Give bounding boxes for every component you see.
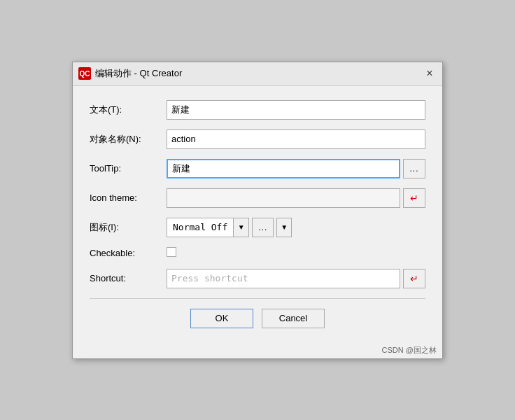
text-input[interactable] (167, 100, 425, 120)
cancel-button[interactable]: Cancel (262, 309, 325, 328)
icon-theme-reset-button[interactable]: ↵ (403, 188, 425, 208)
checkable-checkbox[interactable] (167, 247, 176, 257)
icon-theme-control: ↵ (167, 188, 425, 208)
shortcut-row: Shortcut: ↵ (90, 269, 425, 288)
icon-theme-input[interactable] (167, 188, 400, 208)
checkable-control (167, 247, 425, 259)
divider (90, 298, 425, 299)
text-label: 文本(T): (90, 104, 167, 116)
object-name-row: 对象名称(N): (90, 130, 425, 149)
shortcut-input[interactable] (167, 269, 400, 288)
title-bar: QC 编辑动作 - Qt Creator × (73, 62, 442, 86)
shortcut-input-group: ↵ (167, 269, 425, 288)
tooltip-browse-button[interactable]: ... (403, 159, 425, 178)
checkable-row: Checkable: (90, 247, 425, 259)
dialog-title: 编辑动作 - Qt Creator (95, 67, 423, 80)
text-row: 文本(T): (90, 100, 425, 120)
shortcut-control: ↵ (167, 269, 425, 288)
text-control (167, 100, 425, 120)
watermark: CSDN @国之林 (73, 342, 442, 358)
icon-input-group: Normal Off ▼ ... ▼ (167, 218, 425, 237)
icon-mode-value: Normal Off (167, 218, 233, 237)
icon-mode-dropdown[interactable]: Normal Off ▼ (167, 218, 249, 237)
icon-control: Normal Off ▼ ... ▼ (167, 218, 425, 237)
ok-button[interactable]: OK (190, 309, 253, 328)
checkable-label: Checkable: (90, 248, 167, 258)
icon-extra-arrow[interactable]: ▼ (277, 218, 291, 237)
icon-theme-input-group: ↵ (167, 188, 425, 208)
tooltip-label: ToolTip: (90, 163, 167, 174)
shortcut-reset-button[interactable]: ↵ (403, 269, 425, 288)
object-name-input[interactable] (167, 130, 425, 149)
dialog-body: 文本(T): 对象名称(N): ToolTip: ... (73, 86, 442, 342)
button-row: OK Cancel (90, 309, 425, 331)
object-name-label: 对象名称(N): (90, 133, 167, 146)
tooltip-control: ... (167, 159, 425, 178)
object-name-control (167, 130, 425, 149)
tooltip-input-group: ... (167, 159, 425, 178)
dialog: QC 编辑动作 - Qt Creator × 文本(T): 对象名称(N): (72, 62, 443, 359)
icon-mode-arrow[interactable]: ▼ (233, 218, 248, 237)
icon-browse-button[interactable]: ... (252, 218, 274, 237)
icon-extra-dropdown[interactable]: ▼ (276, 218, 292, 237)
tooltip-input[interactable] (167, 159, 400, 178)
icon-theme-label: Icon theme: (90, 192, 167, 203)
app-icon: QC (78, 67, 91, 80)
tooltip-row: ToolTip: ... (90, 159, 425, 178)
icon-theme-row: Icon theme: ↵ (90, 188, 425, 208)
icon-label: 图标(I): (90, 221, 167, 234)
shortcut-label: Shortcut: (90, 273, 167, 284)
icon-row: 图标(I): Normal Off ▼ ... ▼ (90, 218, 425, 237)
close-button[interactable]: × (423, 66, 437, 80)
